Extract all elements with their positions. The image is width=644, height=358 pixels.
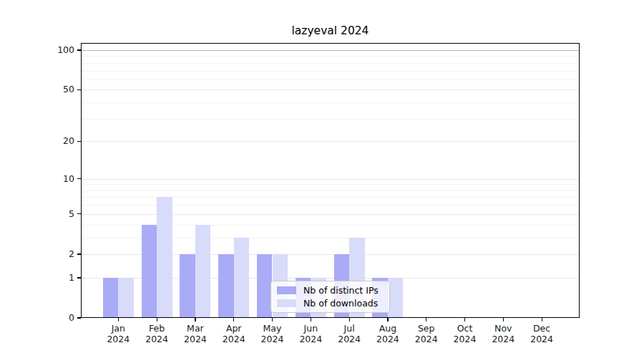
bar-distinct-ips-mar xyxy=(180,254,195,318)
x-tick-label: Apr2024 xyxy=(214,324,254,344)
legend: Nb of distinct IPs Nb of downloads xyxy=(270,281,390,313)
bar-distinct-ips-jan xyxy=(103,278,119,318)
x-tick-label: Oct2024 xyxy=(445,324,485,344)
x-tick xyxy=(118,318,119,321)
y-tick-label: 100 xyxy=(29,44,74,56)
x-tick xyxy=(272,318,273,321)
x-tick xyxy=(464,318,465,321)
bar-downloads-jan xyxy=(118,278,134,318)
x-tick xyxy=(311,318,311,321)
y-tick-label: 0 xyxy=(29,312,74,324)
bar-downloads-aug xyxy=(388,278,404,318)
y-tick-label: 5 xyxy=(29,208,74,220)
download-stats-chart: lazyeval 2024 0125102050100Jan2024Feb202… xyxy=(0,0,644,358)
y-tick-label: 10 xyxy=(29,173,74,185)
bar-downloads-apr xyxy=(234,238,250,318)
legend-label-downloads: Nb of downloads xyxy=(303,298,378,309)
x-tick xyxy=(195,318,195,321)
minor-gridline xyxy=(82,79,579,80)
bar-distinct-ips-feb xyxy=(142,225,157,318)
x-tick-label: Jun2024 xyxy=(291,324,331,344)
y-tick xyxy=(77,141,81,142)
minor-gridline xyxy=(82,184,579,185)
legend-swatch-downloads xyxy=(277,299,296,307)
y-tick xyxy=(77,317,81,318)
minor-gridline xyxy=(82,56,579,57)
x-tick-label: Jan2024 xyxy=(98,324,138,344)
x-tick-label: Dec2024 xyxy=(522,324,562,344)
minor-gridline xyxy=(82,63,579,64)
minor-gridline xyxy=(82,119,579,120)
major-gridline xyxy=(82,179,579,180)
major-gridline xyxy=(82,141,579,142)
bar-distinct-ips-apr xyxy=(218,254,234,318)
minor-gridline xyxy=(82,190,579,191)
y-tick xyxy=(77,49,81,50)
x-tick-label: Sep2024 xyxy=(406,324,447,344)
y-tick xyxy=(77,178,81,179)
chart-title: lazyeval 2024 xyxy=(81,24,580,37)
legend-item-downloads: Nb of downloads xyxy=(277,298,384,309)
y-tick-label: 20 xyxy=(29,135,74,147)
y-tick xyxy=(77,90,81,90)
legend-label-distinct-ips: Nb of distinct IPs xyxy=(303,285,379,296)
x-tick-label: Aug2024 xyxy=(368,324,408,344)
bar-downloads-feb xyxy=(157,197,172,318)
legend-item-distinct-ips: Nb of distinct IPs xyxy=(277,285,384,296)
y-tick-label: 2 xyxy=(29,248,74,260)
major-gridline xyxy=(82,90,579,90)
x-tick-label: Jul2024 xyxy=(329,324,369,344)
x-tick xyxy=(349,318,350,321)
minor-gridline xyxy=(82,102,579,103)
x-tick xyxy=(233,318,234,321)
y-tick-label: 50 xyxy=(29,84,74,95)
y-tick xyxy=(77,213,81,214)
bar-downloads-mar xyxy=(195,225,211,318)
y-tick xyxy=(77,277,81,278)
legend-swatch-distinct-ips xyxy=(277,286,296,294)
x-tick-label: May2024 xyxy=(253,324,293,344)
major-gridline xyxy=(82,50,579,51)
x-tick xyxy=(387,318,388,321)
x-tick-label: Nov2024 xyxy=(483,324,523,344)
x-tick xyxy=(426,318,426,321)
x-tick xyxy=(503,318,504,321)
y-tick-label: 1 xyxy=(29,272,74,284)
minor-gridline xyxy=(82,71,579,72)
y-tick xyxy=(77,253,81,254)
x-tick-label: Feb2024 xyxy=(137,324,177,344)
x-tick xyxy=(542,318,542,321)
x-tick xyxy=(157,318,157,321)
x-tick-label: Mar2024 xyxy=(175,324,215,344)
